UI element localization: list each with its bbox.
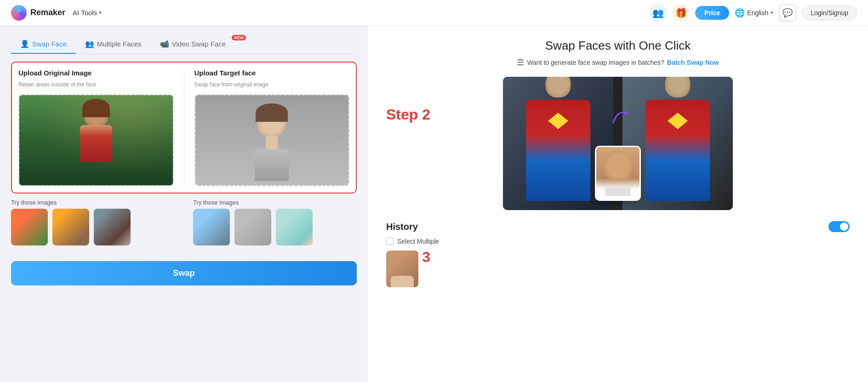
layers-icon: ☰ [517,57,524,68]
group-icon: 👥 [85,40,94,48]
batch-swap-link[interactable]: Batch Swap Now [667,59,719,66]
swap-button[interactable]: Swap [11,261,357,285]
small-face-head [604,151,632,181]
tab-video-swap-face[interactable]: 📹 Video Swap Face NEW [151,35,242,54]
try-original-img-3[interactable] [94,209,131,245]
try-target-section: Try those images [193,199,357,253]
tab-swap-face[interactable]: 👤 Swap Face [11,35,76,54]
try-images-section: Try those images Try those images [11,199,357,253]
try-original-images [11,209,175,245]
demo-image [503,77,733,210]
upload-original-area[interactable] [18,94,174,186]
batch-text: Want to generate face swap images in bat… [527,59,664,66]
upload-original-title: Upload Original Image [18,69,174,77]
try-original-section: Try those images [11,199,175,253]
tab-multiple-faces[interactable]: 👥 Multiple Faces [76,35,151,54]
batch-row: ☰ Want to generate face swap images in b… [386,57,850,68]
chat-icon-button[interactable]: 💬 [779,4,796,22]
select-multiple-row: Select Multiple [386,238,850,245]
globe-icon: 🌐 [735,8,745,18]
lang-label: English [747,9,768,17]
language-selector[interactable]: 🌐 English ▾ [735,8,773,18]
history-toggle[interactable] [828,221,850,232]
price-button[interactable]: Price [695,6,729,20]
header-left: Remaker AI Tools ▾ [11,5,102,21]
divider [184,69,184,186]
team-icon-button[interactable]: 👥 [649,4,667,22]
tab-multiple-faces-label: Multiple Faces [97,40,142,48]
upload-target-area[interactable] [194,94,350,186]
logo[interactable]: Remaker [11,5,65,21]
history-section: History Select Multiple [386,221,850,287]
upload-target-subtitle: Swap face from original image [194,81,350,88]
tab-swap-face-label: Swap Face [32,40,67,48]
tab-video-swap-face-label: Video Swap Face [172,40,226,48]
history-header: History [386,221,850,232]
right-title: Swap Faces with One Click [386,39,850,53]
main-content: 👤 Swap Face 👥 Multiple Faces 📹 Video Swa… [0,26,868,382]
header: Remaker AI Tools ▾ 👥 🎁 Price 🌐 English ▾… [0,0,868,26]
ai-tools-menu[interactable]: AI Tools ▾ [73,9,102,17]
select-multiple-label: Select Multiple [397,238,439,245]
tab-bar: 👤 Swap Face 👥 Multiple Faces 📹 Video Swa… [11,35,357,54]
try-original-img-1[interactable] [11,209,48,245]
chevron-down-icon: ▾ [99,10,102,16]
try-target-label: Try those images [193,199,357,206]
person-icon: 👤 [20,40,29,48]
history-items [386,251,850,287]
upload-original-box: Upload Original Image Retain areas outsi… [18,69,174,186]
try-original-img-2[interactable] [52,209,89,245]
history-item[interactable] [386,251,418,287]
upload-target-title: Upload Target face [194,69,350,77]
try-target-img-1[interactable] [193,209,230,245]
logo-text: Remaker [30,8,65,17]
select-multiple-checkbox[interactable] [386,238,394,245]
ai-tools-label: AI Tools [73,9,97,17]
small-face-overlay [595,146,641,201]
right-panel: Swap Faces with One Click ☰ Want to gene… [368,26,868,382]
upload-original-subtitle: Retain areas outside of the face [18,81,174,88]
try-target-img-3[interactable] [276,209,313,245]
try-target-img-2[interactable] [234,209,271,245]
logo-icon [11,5,27,21]
gift-icon-button[interactable]: 🎁 [672,4,690,22]
upload-target-box: Upload Target face Swap face from origin… [194,69,350,186]
video-icon: 📹 [160,40,169,48]
swap-arrow-icon [604,104,632,136]
try-target-images [193,209,357,245]
new-badge: NEW [232,35,246,40]
demo-container [386,77,850,210]
header-right: 👥 🎁 Price 🌐 English ▾ 💬 Login/Signup [649,4,857,22]
history-title: History [386,222,418,232]
login-signup-button[interactable]: Login/Signup [802,6,857,20]
try-original-label: Try those images [11,199,175,206]
upload-section: Upload Original Image Retain areas outsi… [11,62,357,194]
left-panel: 👤 Swap Face 👥 Multiple Faces 📹 Video Swa… [0,26,368,382]
lang-chevron-icon: ▾ [771,10,773,16]
svg-marker-0 [624,111,628,115]
